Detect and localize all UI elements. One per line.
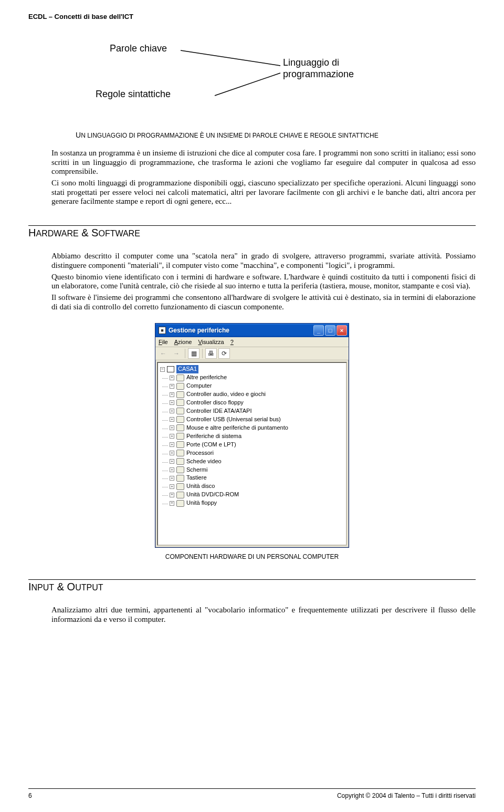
tree-node-label: Unità floppy [186,499,217,507]
svg-line-1 [215,73,280,96]
tree-node-label: Unità DVD/CD-ROM [186,491,239,499]
device-icon [176,492,184,498]
tree-device-node[interactable]: +Unità disco [159,482,345,491]
device-icon [176,466,184,473]
window-close-button[interactable]: × [337,325,347,336]
tree-device-node[interactable]: +Unità DVD/CD-ROM [159,491,345,499]
toolbar-view-button[interactable]: ▦ [188,348,200,359]
expand-collapse-icon[interactable]: + [170,376,174,380]
expand-collapse-icon[interactable]: + [170,400,174,405]
diagram-label-language: Linguaggio di programmazione [283,57,354,80]
expand-collapse-icon[interactable]: + [170,467,174,472]
expand-collapse-icon[interactable]: + [170,484,174,489]
expand-collapse-icon[interactable]: + [170,384,174,389]
diagram-connector-lines [76,41,443,131]
window-title-text: Gestione periferiche [169,327,312,334]
computer-icon [167,366,174,372]
tree-device-node[interactable]: +Controller audio, video e giochi [159,390,345,399]
section-divider [28,225,476,226]
tree-root-label: CASA1 [176,365,198,373]
tree-root-node[interactable]: − CASA1 [159,365,345,373]
device-icon [176,399,184,406]
expand-collapse-icon[interactable]: + [170,442,174,447]
copyright-text: Copyright © 2004 di Talento – Tutti i di… [337,792,476,799]
tree-device-node[interactable]: +Mouse e altre periferiche di puntamento [159,424,345,432]
menu-help[interactable]: ? [230,339,234,345]
device-manager-window: ■ Gestione periferiche _ □ × File Azione… [155,323,349,548]
tree-node-label: Schede video [186,457,222,466]
window-app-icon: ■ [159,327,166,334]
diagram-label-syntax: Regole sintattiche [96,89,171,100]
tree-device-node[interactable]: +Controller USB (Universal serial bus) [159,415,345,424]
window-maximize-button[interactable]: □ [325,325,335,336]
tree-node-label: Unità disco [186,482,215,491]
svg-line-0 [181,50,280,66]
device-icon [176,500,184,507]
tree-node-label: Controller audio, video e giochi [186,390,266,399]
intro-paragraph-1: In sostanza un programma è un insieme di… [51,149,476,176]
expand-collapse-icon[interactable]: − [160,367,165,372]
tree-device-node[interactable]: +Porte (COM e LPT) [159,441,345,449]
expand-collapse-icon[interactable]: + [170,493,174,497]
expand-collapse-icon[interactable]: + [170,409,174,413]
tree-node-label: Porte (COM e LPT) [186,441,236,449]
tree-device-node[interactable]: +Schermi [159,466,345,474]
toolbar-separator [185,349,185,358]
section-title-hardware-software: HARDWARE & SOFTWARE [28,227,476,239]
expand-collapse-icon[interactable]: + [170,476,174,481]
expand-collapse-icon[interactable]: + [170,501,174,506]
device-icon [176,458,184,465]
window-titlebar[interactable]: ■ Gestione periferiche _ □ × [155,324,349,337]
tree-node-label: Schermi [186,466,207,474]
tree-device-node[interactable]: +Controller IDE ATA/ATAPI [159,407,345,415]
toolbar-refresh-button[interactable]: ⟳ [218,348,230,359]
hw-paragraph-1: Abbiamo descritto il computer come una "… [51,252,476,270]
device-icon [176,424,184,431]
diagram-label-keywords: Parole chiave [110,43,167,55]
expand-collapse-icon[interactable]: + [170,392,174,397]
tree-node-label: Controller USB (Universal serial bus) [186,415,281,424]
tree-device-node[interactable]: +Computer [159,382,345,390]
menu-file[interactable]: File [159,339,168,345]
hw-paragraph-3: Il software è l'insieme dei programmi ch… [51,293,476,311]
expand-collapse-icon[interactable]: + [170,434,174,439]
hw-paragraph-2: Questo binomio viene identificato con i … [51,273,476,291]
window-toolbar: ← → ▦ 🖶 ⟳ [155,347,349,360]
device-icon [176,416,184,423]
device-icon [176,441,184,448]
expand-collapse-icon[interactable]: + [170,417,174,422]
tree-node-label: Controller disco floppy [186,399,244,407]
toolbar-properties-button[interactable]: 🖶 [205,348,217,359]
section-title-input-output: INPUT & OUTPUT [28,581,476,593]
window-minimize-button[interactable]: _ [313,325,324,336]
tree-device-node[interactable]: +Tastiere [159,474,345,482]
tree-device-node[interactable]: +Controller disco floppy [159,399,345,407]
window-caption: COMPONENTI HARDWARE DI UN PERSONAL COMPU… [28,553,476,560]
device-icon [176,433,184,440]
device-icon [176,483,184,490]
tree-device-node[interactable]: +Periferiche di sistema [159,432,345,441]
footer-divider [28,788,476,789]
document-header: ECDL – Concetti di base dell'ICT [28,13,476,20]
expand-collapse-icon[interactable]: + [170,451,174,455]
expand-collapse-icon[interactable]: + [170,425,174,430]
tree-device-node[interactable]: +Schede video [159,457,345,466]
tree-device-node[interactable]: +Processori [159,449,345,457]
tree-device-node[interactable]: +Unità floppy [159,499,345,507]
menu-view[interactable]: Visualizza [198,339,224,345]
menu-action[interactable]: Azione [174,339,192,345]
io-paragraph-1: Analizziamo altri due termini, appartene… [51,606,476,624]
expand-collapse-icon[interactable]: + [170,459,174,464]
tree-device-node[interactable]: +Altre periferiche [159,373,345,382]
tree-node-label: Computer [186,382,212,390]
toolbar-forward-button: → [171,348,182,359]
page-number: 6 [28,792,32,799]
window-menubar: File Azione Visualizza ? [155,337,349,347]
device-tree[interactable]: − CASA1 +Altre periferiche+Computer+Cont… [157,362,347,546]
tree-node-label: Tastiere [186,474,207,482]
device-icon [176,374,184,381]
toolbar-separator [202,349,203,358]
diagram-caption: UN LINGUAGGIO DI PROGRAMMAZIONE È UN INS… [76,131,476,139]
tree-node-label: Altre periferiche [186,373,227,382]
tree-node-label: Mouse e altre periferiche di puntamento [186,424,288,432]
